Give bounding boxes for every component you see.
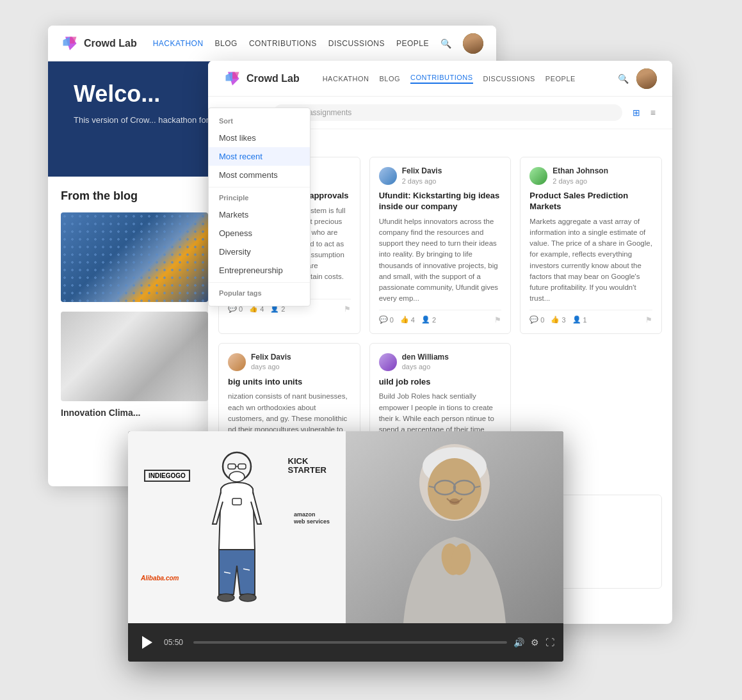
sort-divider bbox=[209, 187, 310, 187]
volume-icon[interactable]: 🔊 bbox=[513, 637, 524, 648]
front-nav-blog[interactable]: BLOG bbox=[379, 75, 400, 83]
person-photo-svg bbox=[346, 431, 563, 623]
card-4-time: days ago bbox=[251, 362, 291, 371]
card-3-likes: 👍3 bbox=[551, 315, 565, 324]
kickstarter-label: KICKSTARTER bbox=[288, 457, 327, 475]
video-person-photo bbox=[346, 431, 563, 623]
principle-markets[interactable]: Markets bbox=[209, 205, 310, 224]
video-overlay: INDIEGOGO KICKSTARTER amazonweb services… bbox=[128, 431, 563, 662]
front-nav-links: HACKATHON BLOG CONTRIBUTIONS DISCUSSIONS… bbox=[323, 74, 576, 84]
back-logo: Crowd Lab bbox=[61, 35, 137, 52]
play-triangle-icon bbox=[142, 636, 152, 649]
card-3-header: Ethan Johnson 2 days ago bbox=[529, 166, 652, 186]
card-3-title[interactable]: Product Sales Prediction Markets bbox=[529, 191, 652, 212]
front-nav-contributions[interactable]: CONTRIBUTIONS bbox=[410, 74, 473, 84]
video-progress-bar[interactable] bbox=[193, 641, 507, 644]
sort-most-likes[interactable]: Most likes bbox=[209, 129, 310, 147]
search-assignments-input[interactable]: Search assignments bbox=[273, 104, 622, 121]
card-3: Ethan Johnson 2 days ago Product Sales P… bbox=[520, 157, 662, 334]
card-5-header: den Williams days ago bbox=[379, 353, 502, 372]
back-logo-text: Crowd Lab bbox=[84, 38, 137, 49]
svg-point-14 bbox=[218, 594, 234, 601]
fullscreen-icon[interactable]: ⛶ bbox=[545, 637, 554, 648]
back-nav-blog[interactable]: BLOG bbox=[215, 39, 238, 48]
back-nav-people[interactable]: PEOPLE bbox=[396, 39, 429, 48]
svg-rect-8 bbox=[238, 464, 246, 469]
principle-diversity[interactable]: Diversity bbox=[209, 243, 310, 261]
card-2-comments: 💬0 bbox=[379, 315, 394, 324]
card-3-shares: 👤1 bbox=[572, 315, 587, 324]
principle-entrepreneurship[interactable]: Entrepreneurship bbox=[209, 261, 310, 280]
principle-openess[interactable]: Openess bbox=[209, 224, 310, 243]
svg-point-26 bbox=[449, 498, 460, 505]
principle-divider bbox=[209, 282, 310, 283]
video-controls[interactable]: 05:50 🔊 ⚙ ⛶ bbox=[128, 623, 563, 662]
back-user-avatar[interactable] bbox=[463, 33, 483, 54]
back-nav-links: HACKATHON BLOG CONTRIBUTIONS DISCUSSIONS… bbox=[153, 33, 483, 54]
front-nav-hackathon[interactable]: HACKATHON bbox=[323, 75, 369, 83]
view-toggle: ⊞ ≡ bbox=[629, 105, 659, 120]
card-5-time: days ago bbox=[402, 362, 449, 371]
back-nav-contributions[interactable]: CONTRIBUTIONS bbox=[249, 39, 317, 48]
front-logo-text: Crowd Lab bbox=[246, 73, 300, 84]
alibaba-label: Alibaba.com bbox=[141, 575, 179, 582]
card-3-comments: 💬0 bbox=[529, 315, 544, 324]
card-3-avatar bbox=[529, 167, 547, 185]
card-2-body: Ufundit helps innovators across the comp… bbox=[379, 216, 502, 305]
back-nav-discussions[interactable]: DISCUSSIONS bbox=[328, 39, 385, 48]
card-5-meta: den Williams days ago bbox=[402, 353, 449, 372]
front-logo: Crowd Lab bbox=[223, 70, 300, 88]
sort-dropdown: Sort Most likes Most recent Most comment… bbox=[208, 107, 311, 306]
front-user-avatar[interactable] bbox=[636, 68, 657, 89]
card-2-footer: 💬0 👍4 👤2 ⚑ bbox=[379, 310, 502, 324]
front-nav-discussions[interactable]: DISCUSSIONS bbox=[483, 75, 535, 83]
back-search-icon[interactable]: 🔍 bbox=[440, 38, 451, 49]
card-5-avatar bbox=[379, 353, 397, 371]
lego-background bbox=[61, 212, 208, 302]
play-button[interactable] bbox=[137, 632, 157, 653]
card-2-likes: 👍4 bbox=[400, 315, 415, 324]
logo-diamond-icon bbox=[61, 35, 79, 52]
person-illustration bbox=[198, 447, 275, 607]
sort-most-comments[interactable]: Most comments bbox=[209, 166, 310, 184]
front-search-icon[interactable]: 🔍 bbox=[618, 74, 629, 84]
card-5-title[interactable]: uild job roles bbox=[379, 377, 502, 388]
person-photo-fill bbox=[346, 431, 563, 623]
svg-point-10 bbox=[229, 472, 245, 482]
settings-icon[interactable]: ⚙ bbox=[531, 637, 539, 648]
amazon-label: amazonweb services bbox=[294, 511, 330, 525]
indiegogo-label: INDIEGOGO bbox=[144, 470, 190, 482]
back-nav: Crowd Lab HACKATHON BLOG CONTRIBUTIONS D… bbox=[48, 26, 496, 61]
card-2-title[interactable]: Ufundit: Kickstarting big ideas inside o… bbox=[379, 191, 502, 212]
card-2-author: Felix Davis bbox=[402, 166, 442, 177]
video-illustration: INDIEGOGO KICKSTARTER amazonweb services… bbox=[134, 438, 339, 617]
video-illustration-panel: INDIEGOGO KICKSTARTER amazonweb services… bbox=[128, 431, 346, 623]
card-4-title[interactable]: big units into units bbox=[228, 377, 351, 388]
card-3-footer: 💬0 👍3 👤1 ⚑ bbox=[529, 310, 652, 324]
sort-section-label: Sort bbox=[209, 113, 310, 129]
card-2-time: 2 days ago bbox=[402, 177, 442, 186]
card-4-header: Felix Davis days ago bbox=[228, 353, 351, 372]
card-2-shares: 👤2 bbox=[421, 315, 436, 324]
popular-tags-label: Popular tags bbox=[209, 285, 310, 301]
card-2-header: Felix Davis 2 days ago bbox=[379, 166, 502, 186]
card-2-avatar bbox=[379, 167, 397, 185]
sort-most-recent[interactable]: Most recent bbox=[209, 147, 310, 166]
card-5-author: den Williams bbox=[402, 353, 449, 363]
video-time-display: 05:50 bbox=[164, 638, 187, 647]
card-1-flag-icon[interactable]: ⚑ bbox=[344, 305, 351, 314]
card-2-meta: Felix Davis 2 days ago bbox=[402, 166, 442, 186]
card-4-author: Felix Davis bbox=[251, 353, 291, 363]
card-3-flag-icon[interactable]: ⚑ bbox=[645, 315, 652, 324]
list-view-button[interactable]: ≡ bbox=[647, 105, 659, 120]
front-logo-diamond-icon bbox=[223, 70, 241, 88]
card-4-avatar bbox=[228, 353, 246, 371]
card-3-body: Markets aggregate a vast array of inform… bbox=[529, 216, 652, 305]
front-nav-people[interactable]: PEOPLE bbox=[545, 75, 576, 83]
card-4-meta: Felix Davis days ago bbox=[251, 353, 291, 372]
back-blog-image-1 bbox=[61, 212, 208, 302]
back-blog-image-2 bbox=[61, 312, 208, 401]
grid-view-button[interactable]: ⊞ bbox=[629, 105, 644, 120]
back-nav-hackathon[interactable]: HACKATHON bbox=[153, 39, 204, 48]
card-2-flag-icon[interactable]: ⚑ bbox=[494, 315, 501, 324]
